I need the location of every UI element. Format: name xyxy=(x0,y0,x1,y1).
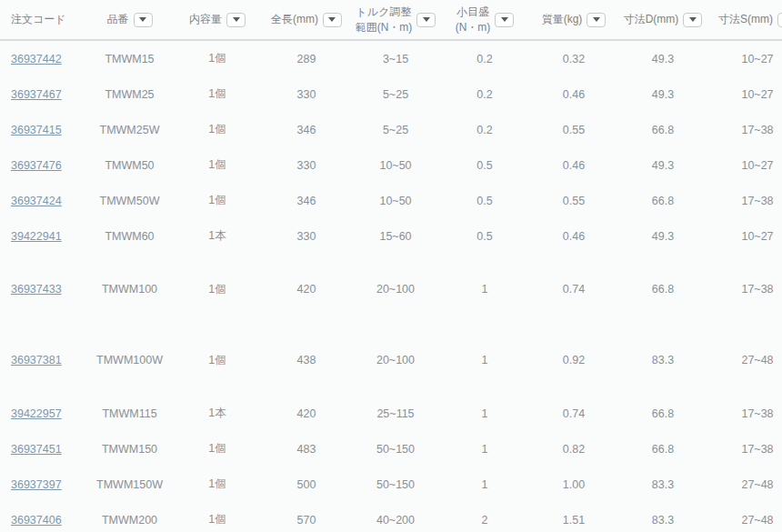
column-label: 全長(mm) xyxy=(271,12,318,26)
torque-range-cell: 50~150 xyxy=(351,467,440,502)
column-label: 注文コード xyxy=(11,12,66,26)
order-code-cell: 36937433 xyxy=(0,254,86,325)
mass-cell: 0.32 xyxy=(529,40,618,76)
dimension-s-cell: 17~38 xyxy=(707,396,782,431)
dimension-s-cell: 27~48 xyxy=(707,502,782,532)
scale-cell: 0.5 xyxy=(440,147,529,183)
product-spec-table: 注文コード 品番 内容量 全長(mm xyxy=(0,0,782,532)
scale-filter-dropdown[interactable] xyxy=(495,13,514,27)
order-code-cell: 36937467 xyxy=(0,76,86,112)
mass-filter-dropdown[interactable] xyxy=(586,13,606,27)
torque-range-cell: 20~100 xyxy=(351,254,440,325)
length-cell: 330 xyxy=(262,147,351,183)
length-cell: 438 xyxy=(262,325,351,396)
torque-range-cell: 50~150 xyxy=(351,431,440,467)
dimension-d-cell: 49.3 xyxy=(618,76,707,112)
column-header-torque-range: トルク調整 範囲(N・m) xyxy=(351,0,440,40)
mass-cell: 1.00 xyxy=(529,467,618,502)
order-code-cell: 36937381 xyxy=(0,325,86,396)
order-code-cell: 36937451 xyxy=(0,431,86,467)
table-row: 36937406TMWM2001個57040~20021.5183.327~48 xyxy=(0,502,782,532)
table-row: 36937467TMWM251個3305~250.20.4649.310~27 xyxy=(0,76,782,112)
column-label: 寸法D(mm) xyxy=(624,12,679,26)
dimension-s-cell: 10~27 xyxy=(707,147,782,183)
table-row: 36937424TMWM50W1個34610~500.50.5566.817~3… xyxy=(0,183,782,218)
order-code-cell: 39422941 xyxy=(0,218,86,254)
scale-cell: 1 xyxy=(440,254,529,325)
mass-cell: 0.74 xyxy=(529,396,618,431)
length-cell: 346 xyxy=(262,112,351,147)
table-row: 36937442TMWM151個2893~150.20.3249.310~27 xyxy=(0,40,782,76)
scale-cell: 1 xyxy=(440,467,529,502)
chevron-down-icon xyxy=(423,17,430,22)
scale-cell: 1 xyxy=(440,396,529,431)
order-code-link[interactable]: 36937451 xyxy=(11,443,62,456)
quantity-filter-dropdown[interactable] xyxy=(226,13,246,27)
mass-cell: 0.74 xyxy=(529,254,618,325)
order-code-cell: 36937424 xyxy=(0,183,86,218)
mass-cell: 0.55 xyxy=(529,112,618,147)
order-code-link[interactable]: 36937442 xyxy=(11,53,62,65)
dimension-s-cell: 17~38 xyxy=(707,254,782,325)
dimension-s-cell: 27~48 xyxy=(707,467,782,502)
order-code-link[interactable]: 36937415 xyxy=(11,124,62,136)
scale-cell: 0.5 xyxy=(440,218,529,254)
torque-range-cell: 40~200 xyxy=(351,502,440,532)
length-cell: 483 xyxy=(262,431,351,467)
torque-range-filter-dropdown[interactable] xyxy=(416,13,436,27)
order-code-link[interactable]: 39422941 xyxy=(11,230,62,243)
length-cell: 420 xyxy=(262,254,351,325)
order-code-cell: 36937406 xyxy=(0,502,86,532)
chevron-down-icon xyxy=(593,17,600,22)
column-label: 品番 xyxy=(107,12,129,26)
part-number-cell: TMWM100W xyxy=(86,325,173,396)
quantity-cell: 1個 xyxy=(173,112,262,147)
column-header-quantity: 内容量 xyxy=(173,0,262,40)
order-code-link[interactable]: 36937424 xyxy=(11,195,62,207)
table-body: 36937442TMWM151個2893~150.20.3249.310~273… xyxy=(0,40,782,532)
torque-range-cell: 3~15 xyxy=(351,40,440,76)
part-number-filter-dropdown[interactable] xyxy=(134,13,153,27)
scale-cell: 1 xyxy=(440,431,529,467)
dimension-d-cell: 83.3 xyxy=(618,325,707,396)
length-filter-dropdown[interactable] xyxy=(323,13,342,27)
part-number-cell: TMWM150W xyxy=(86,467,173,502)
order-code-link[interactable]: 36937433 xyxy=(11,283,62,296)
dimension-d-cell: 66.8 xyxy=(618,396,707,431)
order-code-link[interactable]: 36937467 xyxy=(11,88,62,101)
length-cell: 346 xyxy=(262,183,351,218)
dimension-d-filter-dropdown[interactable] xyxy=(683,13,702,27)
scale-cell: 0.2 xyxy=(440,76,529,112)
scale-cell: 1 xyxy=(440,325,529,396)
dimension-s-cell: 10~27 xyxy=(707,40,782,76)
column-header-part-number: 品番 xyxy=(86,0,173,40)
order-code-link[interactable]: 36937406 xyxy=(11,514,62,527)
column-header-dimension-s: 寸法S(mm) xyxy=(707,0,782,40)
table-header: 注文コード 品番 内容量 全長(mm xyxy=(0,0,782,40)
quantity-cell: 1個 xyxy=(173,40,262,76)
dimension-s-filter-dropdown[interactable] xyxy=(777,13,782,27)
table-row: 39422957TMWM1151本42025~11510.7466.817~38 xyxy=(0,396,782,431)
dimension-s-cell: 17~38 xyxy=(707,431,782,467)
length-cell: 289 xyxy=(262,40,351,76)
chevron-down-icon xyxy=(139,17,146,22)
quantity-cell: 1個 xyxy=(173,76,262,112)
order-code-link[interactable]: 39422957 xyxy=(11,407,62,420)
part-number-cell: TMWM60 xyxy=(86,218,173,254)
part-number-cell: TMWM200 xyxy=(86,502,173,532)
quantity-cell: 1個 xyxy=(173,183,262,218)
part-number-cell: TMWM25 xyxy=(86,76,173,112)
order-code-link[interactable]: 36937476 xyxy=(11,159,62,172)
mass-cell: 0.92 xyxy=(529,325,618,396)
dimension-d-cell: 49.3 xyxy=(618,40,707,76)
torque-range-cell: 5~25 xyxy=(351,76,440,112)
order-code-link[interactable]: 36937397 xyxy=(11,478,62,491)
dimension-d-cell: 83.3 xyxy=(618,502,707,532)
column-label: 寸法S(mm) xyxy=(718,12,773,26)
order-code-link[interactable]: 36937381 xyxy=(11,354,62,366)
length-cell: 420 xyxy=(262,396,351,431)
quantity-cell: 1個 xyxy=(173,147,262,183)
dimension-d-cell: 66.8 xyxy=(618,254,707,325)
order-code-cell: 36937476 xyxy=(0,147,86,183)
column-label: 内容量 xyxy=(189,12,222,26)
